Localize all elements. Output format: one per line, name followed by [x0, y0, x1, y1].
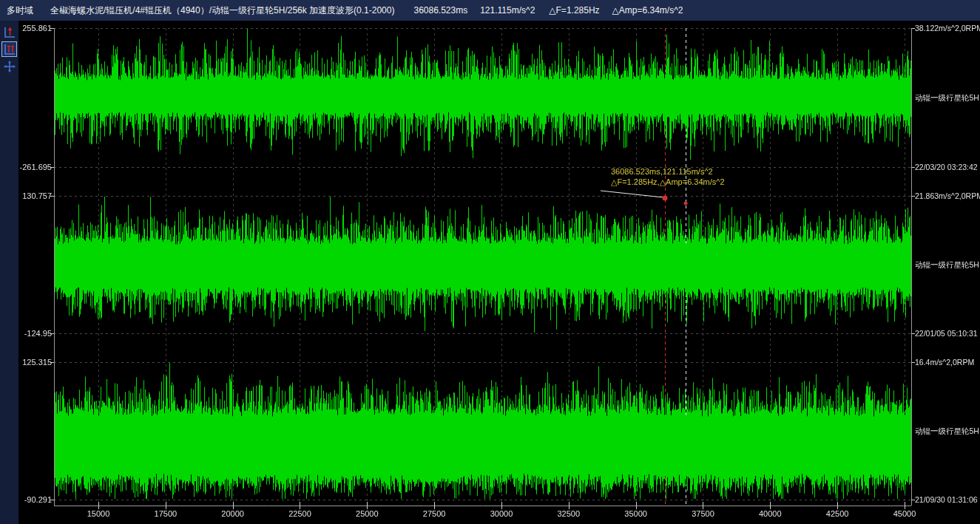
titlebar: 多时域 全椒海螺水泥/辊压机/4#辊压机（4940）/动辊一级行星轮5H/256…: [0, 0, 980, 21]
toolbar-sidebar: [0, 21, 18, 524]
cursor-amplitude-readout: 121.115m/s^2: [480, 5, 535, 16]
harmonic-cursor-tool[interactable]: [1, 41, 17, 57]
harmonic-cursor-icon: [3, 43, 16, 56]
delta-frequency-readout: △F=1.285Hz: [549, 5, 599, 16]
measurement-path: 全椒海螺水泥/辊压机/4#辊压机（4940）/动辊一级行星轮5H/256k 加速…: [50, 4, 394, 17]
single-cursor-icon: [3, 26, 16, 39]
waveform-canvas[interactable]: [18, 21, 980, 524]
pan-tool[interactable]: [1, 58, 17, 74]
single-cursor-tool[interactable]: [1, 24, 17, 40]
cursor-time-readout: 36086.523ms: [413, 5, 467, 16]
cursor-annotation[interactable]: 36086.523ms,121.115m/s^2 △F=1.285Hz,△Amp…: [611, 166, 725, 187]
pan-move-icon: [3, 60, 16, 73]
annotation-line2: △F=1.285Hz,△Amp=6.34m/s^2: [611, 177, 725, 187]
delta-amplitude-readout: △Amp=6.34m/s^2: [612, 5, 683, 16]
mode-label: 多时域: [7, 4, 33, 17]
annotation-line1: 36086.523ms,121.115m/s^2: [611, 166, 725, 177]
